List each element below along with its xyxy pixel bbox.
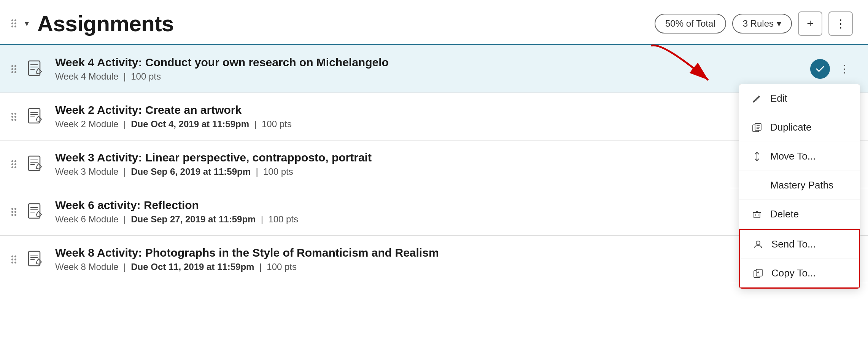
- item-title: Week 8 Activity: Photographs in the Styl…: [55, 246, 836, 259]
- add-button[interactable]: +: [798, 11, 822, 36]
- drag-dot: [14, 65, 16, 67]
- menu-item-edit[interactable]: Edit: [739, 84, 860, 113]
- assignment-icon: [25, 154, 46, 174]
- rules-button[interactable]: 3 Rules ▾: [732, 14, 792, 34]
- assignment-item: Week 4 Activity: Conduct your own resear…: [0, 45, 868, 93]
- header-left: ▾ Assignments: [11, 11, 174, 36]
- svg-rect-29: [754, 212, 760, 218]
- item-drag-handle[interactable]: [11, 255, 16, 263]
- item-kebab-button[interactable]: ⋮: [836, 62, 853, 76]
- assignment-list: Week 4 Activity: Conduct your own resear…: [0, 44, 868, 283]
- header-right: 50% of Total 3 Rules ▾ + ⋮: [655, 11, 853, 36]
- menu-item-label: Duplicate: [770, 121, 811, 133]
- item-title: Week 6 activity: Reflection: [55, 199, 836, 212]
- item-title: Week 3 Activity: Linear perspective, con…: [55, 151, 836, 164]
- drag-dot: [11, 65, 13, 67]
- svg-line-22: [758, 97, 759, 97]
- item-meta: Week 8 Module | Due Oct 11, 2019 at 11:5…: [55, 262, 836, 272]
- collapse-button[interactable]: ▾: [22, 18, 31, 29]
- menu-item-delete[interactable]: Delete: [739, 200, 860, 229]
- assignment-item: Week 8 Activity: Photographs in the Styl…: [0, 236, 868, 283]
- more-options-button[interactable]: ⋮: [828, 11, 853, 36]
- assignment-item: Week 6 activity: Reflection Week 6 Modul…: [0, 188, 868, 236]
- duplicate-icon: [751, 122, 763, 133]
- item-content: Week 2 Activity: Create an artwork Week …: [55, 104, 836, 129]
- item-content: Week 3 Activity: Linear perspective, con…: [55, 151, 836, 177]
- item-content: Week 4 Activity: Conduct your own resear…: [55, 56, 810, 82]
- drag-dot: [11, 19, 13, 21]
- mastery-paths-icon: [751, 180, 763, 191]
- page-title: Assignments: [37, 11, 174, 36]
- drag-dot: [14, 26, 16, 27]
- rules-label: 3 Rules: [743, 18, 774, 29]
- svg-point-34: [756, 241, 760, 245]
- drag-dot: [11, 22, 13, 24]
- menu-item-mastery-paths[interactable]: Mastery Paths: [739, 171, 860, 200]
- item-meta: Week 4 Module | 100 pts: [55, 71, 810, 82]
- menu-item-label: Send To...: [771, 238, 816, 250]
- drag-dot: [14, 19, 16, 21]
- person-icon: [752, 239, 764, 250]
- copy-icon: [752, 268, 764, 279]
- item-meta: Week 6 Module | Due Sep 27, 2019 at 11:5…: [55, 214, 836, 225]
- item-drag-handle[interactable]: [11, 113, 16, 121]
- main-container: ▾ Assignments 50% of Total 3 Rules ▾ + ⋮: [0, 0, 868, 364]
- menu-item-move-to[interactable]: Move To...: [739, 142, 860, 171]
- trash-icon: [751, 209, 763, 220]
- menu-item-label: Delete: [770, 208, 799, 220]
- item-title: Week 4 Activity: Conduct your own resear…: [55, 56, 810, 69]
- drag-dot: [14, 68, 16, 70]
- assignment-icon: [25, 106, 46, 127]
- drag-dot: [11, 71, 13, 73]
- assignment-icon: [25, 201, 46, 222]
- item-meta: Week 3 Module | Due Sep 6, 2019 at 11:59…: [55, 166, 836, 177]
- item-drag-handle[interactable]: [11, 208, 16, 216]
- drag-dot: [14, 71, 16, 73]
- menu-item-label: Move To...: [770, 150, 816, 162]
- svg-rect-36: [756, 269, 762, 276]
- item-drag-handle[interactable]: [11, 160, 16, 168]
- item-drag-handle[interactable]: [11, 65, 16, 73]
- drag-dot: [14, 22, 16, 24]
- menu-item-copy-to[interactable]: Copy To...: [740, 259, 859, 287]
- group-drag-handle[interactable]: [11, 19, 16, 27]
- assignment-item: Week 2 Activity: Create an artwork Week …: [0, 93, 868, 140]
- context-menu: Edit Duplicate: [739, 84, 860, 289]
- item-content: Week 6 activity: Reflection Week 6 Modul…: [55, 199, 836, 225]
- assignment-icon: [25, 59, 46, 79]
- menu-item-label: Copy To...: [771, 267, 816, 279]
- header-row: ▾ Assignments 50% of Total 3 Rules ▾ + ⋮: [0, 0, 868, 44]
- item-actions: ⋮: [810, 59, 853, 79]
- svg-rect-24: [755, 123, 761, 130]
- check-circle-button[interactable]: [810, 59, 830, 79]
- item-content: Week 8 Activity: Photographs in the Styl…: [55, 246, 836, 272]
- assignment-item: Week 3 Activity: Linear perspective, con…: [0, 140, 868, 188]
- percent-total-button[interactable]: 50% of Total: [655, 14, 726, 34]
- menu-item-send-to[interactable]: Send To...: [740, 230, 859, 259]
- pencil-icon: [751, 93, 763, 104]
- chevron-down-icon: ▾: [777, 18, 781, 29]
- item-title: Week 2 Activity: Create an artwork: [55, 104, 836, 117]
- item-meta: Week 2 Module | Due Oct 4, 2019 at 11:59…: [55, 119, 836, 129]
- move-icon: [751, 151, 763, 162]
- send-copy-group: Send To... Copy To...: [739, 229, 860, 289]
- menu-item-label: Edit: [770, 93, 787, 104]
- menu-item-duplicate[interactable]: Duplicate: [739, 113, 860, 142]
- drag-dot: [11, 26, 13, 27]
- assignment-icon: [25, 249, 46, 270]
- menu-item-label: Mastery Paths: [770, 179, 833, 191]
- drag-dot: [11, 68, 13, 70]
